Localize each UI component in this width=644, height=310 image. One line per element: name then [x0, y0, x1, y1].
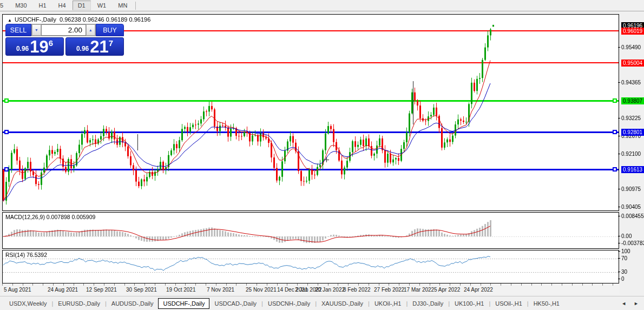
axis-tick: [618, 82, 620, 83]
rsi-canvas[interactable]: [3, 250, 619, 283]
axis-tick: [618, 154, 620, 154]
date-label: 5 Apr 2022: [434, 287, 460, 293]
macd-indicator-panel: MACD(12,26,9) 0.007898 0.005909: [2, 212, 619, 249]
axis-tick: [618, 243, 620, 243]
timeframe-button-h1[interactable]: H1: [34, 1, 52, 10]
rsi-indicator-panel: RSI(14) 76.5392: [2, 250, 619, 283]
date-label: 24 Aug 2021: [48, 287, 78, 293]
axis-tick: [618, 118, 620, 118]
tab-xauusddaily[interactable]: XAUUSD-,Daily: [317, 298, 368, 309]
buy-button[interactable]: BUY: [96, 24, 124, 36]
collapse-triangle-icon[interactable]: ▲: [8, 18, 12, 23]
axis-label-0.93807: 0.93807: [621, 97, 644, 104]
timeframe-button-mn[interactable]: MN: [113, 1, 133, 10]
chart-title: ▲USDCHF-,Daily 0.96238 0.96246 0.96189 0…: [8, 16, 150, 23]
date-label: 24 Apr 2022: [464, 287, 493, 293]
date-label: 30 Sep 2021: [126, 287, 157, 293]
tab-scroll-left-icon[interactable]: ◄: [621, 301, 626, 306]
tab-scroll-right-icon[interactable]: ►: [634, 301, 639, 306]
timeframe-button-5[interactable]: 5: [0, 1, 9, 10]
tab-usdxweekly[interactable]: USDX,Weekly: [4, 298, 51, 309]
axis-label-0.95004: 0.95004: [621, 60, 644, 67]
axis-label-0.90405: 0.90405: [621, 204, 641, 210]
axis-label-0.96019: 0.96019: [621, 28, 644, 35]
sell-price-big: 19: [30, 40, 48, 54]
buy-price-button[interactable]: 0.96 21 7: [65, 37, 124, 56]
chart-symbol-label: USDCHF-,Daily: [15, 16, 56, 23]
sell-button[interactable]: SELL: [5, 24, 31, 36]
one-click-trade-panel: SELL ▼ ▲ BUY 0.96 19 6 0.96 21 7: [5, 24, 124, 56]
sell-price-button[interactable]: 0.96 19 6: [5, 37, 64, 56]
axis-tick: [618, 279, 620, 279]
symbol-tab-bar: USDX,Weekly|EURUSD-,Daily|AUDUSD-,DailyU…: [0, 296, 644, 310]
date-tick-marks: [2, 283, 620, 286]
timeframe-button-w1[interactable]: W1: [92, 1, 112, 10]
axis-label-100: 100: [621, 248, 630, 254]
timeframe-toolbar: 5M30H1H4D1W1MN: [0, 0, 644, 11]
axis-label-70: 70: [621, 255, 627, 261]
chart-ohlc-values: 0.96238 0.96246 0.96189 0.96196: [60, 16, 150, 23]
axis-tick: [618, 272, 620, 272]
rsi-label: RSI(14) 76.5392: [5, 252, 47, 258]
sell-price-prefix: 0.96: [16, 45, 29, 52]
tab-audusddaily[interactable]: AUDUSD-,Daily: [107, 298, 159, 309]
date-label: 27 Feb 2022: [374, 287, 404, 293]
axis-label-0.008455: 0.008455: [621, 213, 644, 219]
date-label: 25 Nov 2021: [246, 287, 277, 293]
tab-ukoilh1[interactable]: UKOil-,H1: [370, 298, 406, 309]
volume-decrease-button[interactable]: ▼: [32, 24, 41, 36]
axis-label-0.95490: 0.95490: [621, 44, 641, 50]
axis-label-0.94365: 0.94365: [621, 80, 641, 85]
tab-scroll-arrows: ◄►: [621, 301, 639, 306]
date-label: 7 Nov 2021: [207, 287, 234, 293]
tab-usdchfdaily[interactable]: USDCHF-,Daily: [158, 298, 209, 309]
axis-label-0: 0: [621, 276, 625, 282]
tab-dj30daily[interactable]: DJ30-,Daily: [408, 298, 448, 309]
axis-tick: [618, 136, 620, 136]
axis-label-0.92801: 0.92801: [621, 129, 644, 136]
axis-label-0.00: 0.00: [621, 233, 632, 239]
axis-label-0.92100: 0.92100: [621, 151, 641, 157]
axis-label-0.90975: 0.90975: [621, 186, 641, 192]
timeframe-button-h4[interactable]: H4: [53, 1, 71, 10]
axis-tick: [618, 236, 620, 236]
toolbar-separator: [135, 2, 136, 10]
axis-tick: [618, 189, 620, 189]
tab-usdcaddaily[interactable]: USDCAD-,Daily: [209, 298, 261, 309]
axis-tick: [618, 216, 620, 216]
axis-tick: [618, 47, 620, 48]
axis-tick: [618, 251, 620, 252]
date-axis: 5 Aug 202124 Aug 202112 Sep 202130 Sep 2…: [2, 283, 620, 295]
tab-usdcnhdaily[interactable]: USDCNH-,Daily: [263, 298, 315, 309]
buy-price-prefix: 0.96: [76, 45, 89, 52]
date-label: 12 Sep 2021: [86, 287, 117, 293]
tab-hk50h1[interactable]: HK50-,H1: [529, 298, 564, 309]
date-label: 19 Oct 2021: [166, 287, 195, 293]
buy-price-sup: 7: [109, 38, 113, 48]
tab-usoilh1[interactable]: USOil-,H1: [490, 298, 527, 309]
volume-spinner: ▼ ▲: [31, 24, 96, 36]
volume-input[interactable]: [41, 24, 86, 36]
axis-label-0.91613: 0.91613: [621, 166, 644, 173]
tab-uk100h1[interactable]: UK100-,H1: [450, 298, 489, 309]
date-label: 5 Aug 2021: [4, 287, 31, 293]
date-label: 20 Jan 2022: [315, 287, 345, 293]
tab-eurusddaily[interactable]: EURUSD-,Daily: [53, 298, 105, 309]
timeframe-button-m30[interactable]: M30: [10, 1, 32, 10]
volume-increase-button[interactable]: ▲: [86, 24, 95, 36]
axis-label-30: 30: [621, 269, 627, 275]
timeframe-button-d1[interactable]: D1: [73, 1, 91, 10]
date-label: 8 Feb 2022: [343, 287, 371, 293]
axis-tick: [618, 258, 620, 259]
axis-label--0.003783: -0.003783: [621, 240, 644, 246]
date-label: 17 Mar 2022: [404, 287, 434, 293]
macd-label: MACD(12,26,9) 0.007898 0.005909: [5, 214, 95, 220]
trading-terminal: { "toolbar": { "timeframes": ["5","M30",…: [0, 0, 644, 310]
axis-tick: [618, 207, 620, 207]
sell-price-sup: 6: [49, 38, 53, 48]
buy-price-big: 21: [90, 40, 108, 54]
axis-label-0.93225: 0.93225: [621, 115, 641, 121]
